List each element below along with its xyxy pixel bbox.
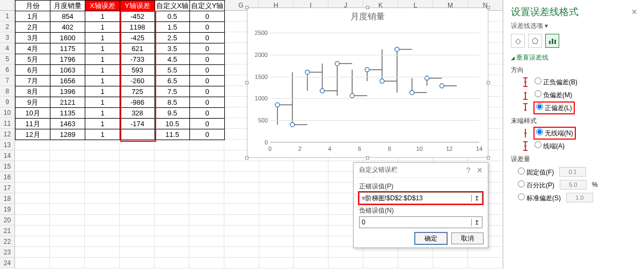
table-header[interactable]: Y轴误差 xyxy=(120,1,155,11)
grid-cell[interactable] xyxy=(50,215,85,226)
row-header[interactable]: 7 xyxy=(0,75,15,86)
table-cell[interactable]: 0 xyxy=(190,86,225,97)
table-cell[interactable]: 4.5 xyxy=(155,54,190,65)
grid-cell[interactable] xyxy=(85,183,120,193)
grid-cell[interactable] xyxy=(224,204,259,215)
grid-cell[interactable] xyxy=(468,247,503,258)
amount-fixed-row[interactable]: 固定值(F) 0.1 xyxy=(515,166,638,177)
grid-cell[interactable] xyxy=(120,215,155,226)
grid-cell[interactable] xyxy=(189,215,224,226)
table-cell[interactable]: 1396 xyxy=(50,86,85,97)
table-cell[interactable]: 1 xyxy=(85,119,120,129)
grid-cell[interactable] xyxy=(85,150,120,161)
table-cell[interactable]: 0 xyxy=(190,11,225,22)
table-cell[interactable] xyxy=(120,129,155,140)
grid-cell[interactable] xyxy=(15,150,50,161)
amount-stddev-value[interactable]: 1.0 xyxy=(566,193,593,202)
table-cell[interactable]: 854 xyxy=(50,11,85,22)
grid-cell[interactable] xyxy=(155,161,189,172)
row-header[interactable]: 24 xyxy=(0,258,15,268)
grid-cell[interactable] xyxy=(294,161,328,172)
grid-cell[interactable] xyxy=(328,258,363,268)
table-cell[interactable]: 621 xyxy=(120,43,155,54)
grid-cell[interactable] xyxy=(15,172,50,183)
end-cap-row[interactable]: 线端(A) xyxy=(521,141,638,151)
table-cell[interactable]: 0 xyxy=(190,108,225,119)
spreadsheet-area[interactable]: ABCDEFGHIJKLMN 1234567891011121314151617… xyxy=(0,0,503,269)
grid-cell[interactable] xyxy=(224,183,259,193)
grid-cell[interactable] xyxy=(468,258,503,268)
row-header[interactable]: 17 xyxy=(0,183,15,193)
table-cell[interactable]: 0 xyxy=(190,65,225,76)
grid-cell[interactable] xyxy=(224,215,259,226)
table-cell[interactable]: 5月 xyxy=(16,54,50,65)
grid-cell[interactable] xyxy=(15,183,50,193)
grid-cell[interactable] xyxy=(120,258,155,268)
row-header[interactable]: 8 xyxy=(0,86,15,97)
grid-cell[interactable] xyxy=(15,236,50,247)
grid-cell[interactable] xyxy=(85,161,120,172)
grid-cell[interactable] xyxy=(50,193,85,204)
table-cell[interactable]: 328 xyxy=(120,108,155,119)
table-cell[interactable]: 1 xyxy=(85,43,120,54)
table-cell[interactable]: 1 xyxy=(85,11,120,22)
table-cell[interactable]: 3月 xyxy=(16,33,50,43)
chart-plot-area[interactable]: 05001000150020002500 02468101214 xyxy=(270,33,479,142)
row-header[interactable]: 14 xyxy=(0,150,15,161)
table-cell[interactable]: -733 xyxy=(120,54,155,65)
cancel-button[interactable]: 取消 xyxy=(451,232,484,244)
row-header[interactable]: 18 xyxy=(0,193,15,204)
grid-cell[interactable] xyxy=(120,247,155,258)
table-cell[interactable]: 3.5 xyxy=(155,43,190,54)
table-cell[interactable]: 1656 xyxy=(50,76,85,86)
help-icon[interactable]: ? xyxy=(464,166,473,175)
grid-cell[interactable] xyxy=(50,161,85,172)
grid-cell[interactable] xyxy=(294,258,328,268)
range-picker-icon[interactable]: ↥ xyxy=(471,195,482,202)
table-cell[interactable]: 7.5 xyxy=(155,86,190,97)
grid-cell[interactable] xyxy=(50,236,85,247)
row-header[interactable]: 21 xyxy=(0,226,15,236)
resize-handle[interactable] xyxy=(366,6,369,9)
grid-cell[interactable] xyxy=(50,204,85,215)
table-cell[interactable]: 7月 xyxy=(16,76,50,86)
row-header[interactable]: 5 xyxy=(0,54,15,64)
grid-cell[interactable] xyxy=(15,247,50,258)
grid-cell[interactable] xyxy=(155,258,189,268)
resize-handle[interactable] xyxy=(487,6,490,9)
grid-cell[interactable] xyxy=(189,226,224,236)
table-cell[interactable]: 0 xyxy=(190,97,225,108)
table-cell[interactable]: 2121 xyxy=(50,97,85,108)
table-cell[interactable]: 1 xyxy=(85,129,120,140)
grid-cell[interactable] xyxy=(120,140,155,150)
grid-cell[interactable] xyxy=(259,193,294,204)
table-header[interactable]: 月份 xyxy=(16,1,50,11)
grid-cell[interactable] xyxy=(120,183,155,193)
chart-object[interactable]: 月度销量 05001000150020002500 02468101214 xyxy=(247,8,488,158)
grid-cell[interactable] xyxy=(120,172,155,183)
table-cell[interactable]: 593 xyxy=(120,65,155,76)
table-cell[interactable]: 5.5 xyxy=(155,65,190,76)
resize-handle[interactable] xyxy=(366,156,369,159)
table-cell[interactable]: 10月 xyxy=(16,108,50,119)
table-cell[interactable]: 1 xyxy=(85,76,120,86)
table-cell[interactable]: 1289 xyxy=(50,129,85,140)
panel-close-icon[interactable]: ✕ xyxy=(631,8,638,16)
table-cell[interactable]: 4月 xyxy=(16,43,50,54)
grid-cell[interactable] xyxy=(155,183,189,193)
grid-cell[interactable] xyxy=(259,247,294,258)
table-cell[interactable]: 8月 xyxy=(16,86,50,97)
grid-cell[interactable] xyxy=(259,172,294,183)
grid-cell[interactable] xyxy=(363,247,398,258)
grid-cell[interactable] xyxy=(224,236,259,247)
end-nocap-radio[interactable] xyxy=(536,128,543,135)
grid-cell[interactable] xyxy=(15,193,50,204)
row-header[interactable]: 6 xyxy=(0,64,15,75)
grid-cell[interactable] xyxy=(224,172,259,183)
resize-handle[interactable] xyxy=(487,156,490,159)
table-cell[interactable]: 1463 xyxy=(50,119,85,129)
table-cell[interactable]: 1 xyxy=(85,54,120,65)
grid-cell[interactable] xyxy=(85,215,120,226)
grid-cell[interactable] xyxy=(398,247,433,258)
grid-cell[interactable] xyxy=(15,226,50,236)
